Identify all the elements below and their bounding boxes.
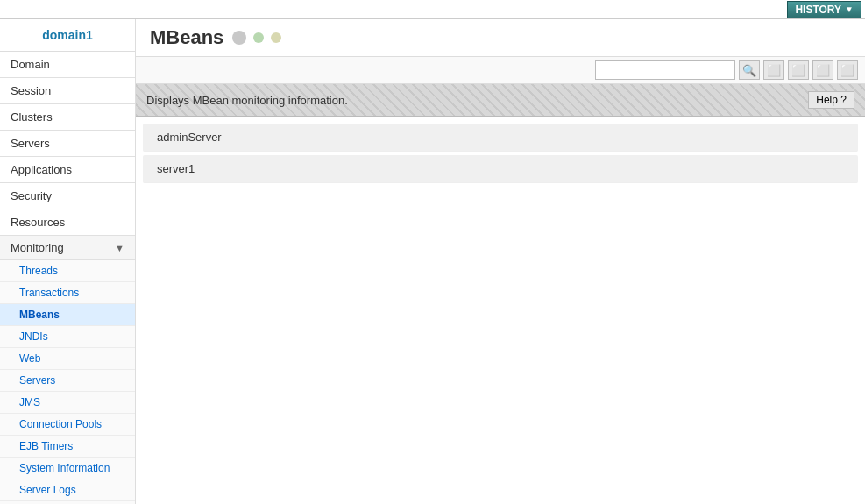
sidebar-subitem-threads[interactable]: Threads xyxy=(0,260,135,282)
sidebar-section-monitoring[interactable]: Monitoring ▼ xyxy=(0,236,135,260)
sidebar-item-resources[interactable]: Resources xyxy=(0,209,135,236)
main-layout: domain1 Domain Session Clusters Servers … xyxy=(0,19,865,504)
page-header: MBeans xyxy=(136,19,865,57)
sidebar-item-applications[interactable]: Applications xyxy=(0,157,135,183)
help-button[interactable]: Help ? xyxy=(808,91,854,109)
dots-decoration xyxy=(232,31,281,45)
toolbar-icon4-button[interactable]: ⬜ xyxy=(837,60,858,80)
search-input[interactable] xyxy=(595,60,735,80)
toolbar-icon3-button[interactable]: ⬜ xyxy=(812,60,833,80)
history-label: HISTORY xyxy=(795,4,841,16)
chevron-down-icon: ▼ xyxy=(115,243,124,253)
table-row[interactable]: adminServer xyxy=(143,124,858,152)
sidebar-subitem-jms[interactable]: JMS xyxy=(0,392,135,414)
sidebar: domain1 Domain Session Clusters Servers … xyxy=(0,19,136,504)
sidebar-subitem-system-information[interactable]: System Information xyxy=(0,458,135,479)
sidebar-item-session[interactable]: Session xyxy=(0,78,135,104)
sidebar-item-servers[interactable]: Servers xyxy=(0,131,135,157)
table-row[interactable]: server1 xyxy=(143,155,858,183)
toolbar: 🔍 ⬜ ⬜ ⬜ ⬜ xyxy=(136,57,865,84)
sidebar-subitem-jndis[interactable]: JNDIs xyxy=(0,326,135,348)
dot3 xyxy=(271,32,281,43)
dot2 xyxy=(253,32,264,43)
toolbar-icon2-button[interactable]: ⬜ xyxy=(788,60,809,80)
sidebar-subitem-transactions[interactable]: Transactions xyxy=(0,282,135,304)
search-button[interactable]: 🔍 xyxy=(739,60,760,80)
sidebar-subitem-mbeans[interactable]: MBeans xyxy=(0,304,135,326)
sidebar-subitem-connection-pools[interactable]: Connection Pools xyxy=(0,414,135,436)
sidebar-subitem-servers[interactable]: Servers xyxy=(0,370,135,392)
sidebar-domain[interactable]: domain1 xyxy=(0,19,135,52)
sidebar-subitem-web[interactable]: Web xyxy=(0,348,135,370)
top-bar: HISTORY ▼ xyxy=(0,0,865,19)
sidebar-item-security[interactable]: Security xyxy=(0,183,135,209)
dot1 xyxy=(232,31,246,45)
content-area: MBeans 🔍 ⬜ ⬜ ⬜ ⬜ Displays MBean monitori… xyxy=(136,19,865,504)
history-arrow-icon: ▼ xyxy=(845,4,854,14)
sidebar-item-domain[interactable]: Domain xyxy=(0,52,135,78)
sidebar-item-clusters[interactable]: Clusters xyxy=(0,104,135,131)
sidebar-subitem-server-logs[interactable]: Server Logs xyxy=(0,479,135,501)
page-title: MBeans xyxy=(150,26,223,49)
toolbar-icon1-button[interactable]: ⬜ xyxy=(763,60,784,80)
info-bar: Displays MBean monitoring information. H… xyxy=(136,84,865,117)
server-list: adminServer server1 xyxy=(136,117,865,190)
history-button[interactable]: HISTORY ▼ xyxy=(787,1,861,18)
sidebar-subitem-ejb-timers[interactable]: EJB Timers xyxy=(0,436,135,458)
info-bar-description: Displays MBean monitoring information. xyxy=(146,94,348,107)
